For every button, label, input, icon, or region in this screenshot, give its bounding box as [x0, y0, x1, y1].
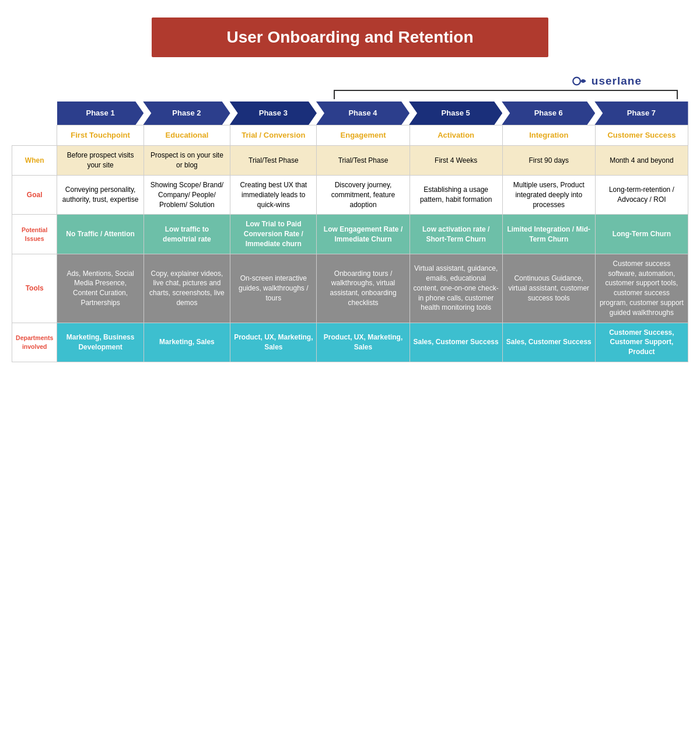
goal-p5: Establishing a usage pattern, habit form… — [410, 175, 502, 214]
issues-p5: Low activation rate / Short-Term Churn — [410, 215, 502, 254]
when-row: When Before prospect visits your site Pr… — [12, 146, 688, 176]
when-label: When — [12, 146, 57, 176]
tools-label: Tools — [12, 254, 57, 323]
svg-point-0 — [573, 78, 580, 85]
when-p3: Trial/Test Phase — [230, 146, 317, 176]
when-p6: First 90 days — [502, 146, 595, 176]
phase1-name: First Touchpoint — [57, 125, 144, 146]
main-table: Phase 1 Phase 2 Phase 3 Phase 4 Phase 5 … — [12, 102, 688, 362]
when-p7: Month 4 and beyond — [595, 146, 688, 176]
goal-p2: Showing Scope/ Brand/ Company/ People/ P… — [144, 175, 230, 214]
goal-row: Goal Conveying personality, authority, t… — [12, 175, 688, 214]
tools-p2: Copy, explainer videos, live chat, pictu… — [144, 254, 230, 323]
goal-p3: Creating best UX that immediately leads … — [230, 175, 317, 214]
phase7-name: Customer Success — [595, 125, 688, 146]
goal-label: Goal — [12, 175, 57, 214]
goal-p1: Conveying personality, authority, trust,… — [57, 175, 144, 214]
goal-p4: Discovery journey, commitment, feature a… — [317, 175, 410, 214]
departments-label: Departments involved — [12, 323, 57, 362]
issues-p7: Long-Term Churn — [595, 215, 688, 254]
dept-p7: Customer Success, Customer Support, Prod… — [595, 323, 688, 362]
phase6-name: Integration — [502, 125, 595, 146]
phase4-header: Phase 4 — [317, 102, 410, 125]
phase5-name: Activation — [410, 125, 502, 146]
phase3-name: Trial / Conversion — [230, 125, 317, 146]
tools-p3: On-screen interactive guides, walkthroug… — [230, 254, 317, 323]
tools-row: Tools Ads, Mentions, Social Media Presen… — [12, 254, 688, 323]
tools-p1: Ads, Mentions, Social Media Presence, Co… — [57, 254, 144, 323]
phase-names-row: First Touchpoint Educational Trial / Con… — [12, 125, 688, 146]
tools-p7: Customer success software, automation, c… — [595, 254, 688, 323]
page-wrapper: User Onboarding and Retention userlane — [0, 0, 700, 380]
when-p4: Trial/Test Phase — [317, 146, 410, 176]
phase6-header: Phase 6 — [502, 102, 595, 125]
issues-p6: Limited Integration / Mid-Term Churn — [502, 215, 595, 254]
departments-row: Departments involved Marketing, Business… — [12, 323, 688, 362]
when-p1: Before prospect visits your site — [57, 146, 144, 176]
dept-p2: Marketing, Sales — [144, 323, 230, 362]
tools-p4: Onboarding tours / walkthroughs, virtual… — [317, 254, 410, 323]
dept-p6: Sales, Customer Success — [502, 323, 595, 362]
issues-p4: Low Engagement Rate / Immediate Churn — [317, 215, 410, 254]
userlane-icon — [572, 76, 587, 86]
phase3-header: Phase 3 — [230, 102, 317, 125]
brand-name: userlane — [592, 75, 642, 88]
dept-p4: Product, UX, Marketing, Sales — [317, 323, 410, 362]
issues-label: Potential Issues — [12, 215, 57, 254]
phase2-name: Educational — [144, 125, 230, 146]
phase4-name: Engagement — [317, 125, 410, 146]
dept-p3: Product, UX, Marketing, Sales — [230, 323, 317, 362]
tools-p5: Virtual assistant, guidance, emails, edu… — [410, 254, 502, 323]
phase-header-row: Phase 1 Phase 2 Phase 3 Phase 4 Phase 5 … — [12, 102, 688, 125]
when-p5: First 4 Weeks — [410, 146, 502, 176]
phase5-header: Phase 5 — [410, 102, 502, 125]
tools-p6: Continuous Guidance, virtual assistant, … — [502, 254, 595, 323]
phase2-header: Phase 2 — [144, 102, 230, 125]
when-p2: Prospect is on your site or blog — [144, 146, 230, 176]
dept-p5: Sales, Customer Success — [410, 323, 502, 362]
issues-p1: No Traffic / Attention — [57, 215, 144, 254]
dept-p1: Marketing, Business Development — [57, 323, 144, 362]
coverage-bracket — [334, 90, 678, 99]
goal-p6: Multiple users, Product integrated deepl… — [502, 175, 595, 214]
issues-row: Potential Issues No Traffic / Attention … — [12, 215, 688, 254]
issues-p2: Low traffic to demo/trial rate — [144, 215, 230, 254]
page-title: User Onboarding and Retention — [152, 18, 548, 57]
issues-p3: Low Trial to Paid Conversion Rate / Imme… — [230, 215, 317, 254]
phase1-header: Phase 1 — [57, 102, 144, 125]
goal-p7: Long-term-retention / Advocacy / ROI — [595, 175, 688, 214]
phase7-header: Phase 7 — [595, 102, 688, 125]
